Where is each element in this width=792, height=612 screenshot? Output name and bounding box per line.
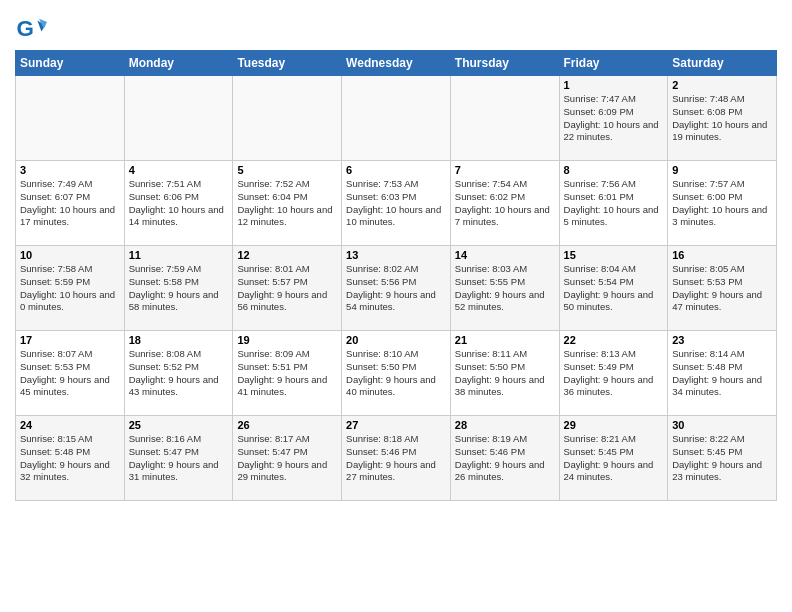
calendar-cell: 19Sunrise: 8:09 AM Sunset: 5:51 PM Dayli… (233, 331, 342, 416)
day-number: 11 (129, 249, 229, 261)
day-info: Sunrise: 8:22 AM Sunset: 5:45 PM Dayligh… (672, 433, 772, 484)
calendar-cell: 25Sunrise: 8:16 AM Sunset: 5:47 PM Dayli… (124, 416, 233, 501)
calendar-cell: 8Sunrise: 7:56 AM Sunset: 6:01 PM Daylig… (559, 161, 668, 246)
day-info: Sunrise: 7:54 AM Sunset: 6:02 PM Dayligh… (455, 178, 555, 229)
weekday-header-sunday: Sunday (16, 51, 125, 76)
calendar-cell: 18Sunrise: 8:08 AM Sunset: 5:52 PM Dayli… (124, 331, 233, 416)
day-info: Sunrise: 8:04 AM Sunset: 5:54 PM Dayligh… (564, 263, 664, 314)
calendar-cell: 24Sunrise: 8:15 AM Sunset: 5:48 PM Dayli… (16, 416, 125, 501)
day-info: Sunrise: 8:13 AM Sunset: 5:49 PM Dayligh… (564, 348, 664, 399)
weekday-header: SundayMondayTuesdayWednesdayThursdayFrid… (16, 51, 777, 76)
day-number: 23 (672, 334, 772, 346)
calendar-week-1: 1Sunrise: 7:47 AM Sunset: 6:09 PM Daylig… (16, 76, 777, 161)
calendar-cell: 28Sunrise: 8:19 AM Sunset: 5:46 PM Dayli… (450, 416, 559, 501)
calendar-cell: 14Sunrise: 8:03 AM Sunset: 5:55 PM Dayli… (450, 246, 559, 331)
day-info: Sunrise: 8:10 AM Sunset: 5:50 PM Dayligh… (346, 348, 446, 399)
calendar-cell: 6Sunrise: 7:53 AM Sunset: 6:03 PM Daylig… (342, 161, 451, 246)
day-number: 28 (455, 419, 555, 431)
calendar-cell (16, 76, 125, 161)
day-info: Sunrise: 8:14 AM Sunset: 5:48 PM Dayligh… (672, 348, 772, 399)
day-number: 7 (455, 164, 555, 176)
day-info: Sunrise: 7:53 AM Sunset: 6:03 PM Dayligh… (346, 178, 446, 229)
calendar-week-3: 10Sunrise: 7:58 AM Sunset: 5:59 PM Dayli… (16, 246, 777, 331)
day-info: Sunrise: 8:07 AM Sunset: 5:53 PM Dayligh… (20, 348, 120, 399)
calendar-cell: 17Sunrise: 8:07 AM Sunset: 5:53 PM Dayli… (16, 331, 125, 416)
day-info: Sunrise: 8:03 AM Sunset: 5:55 PM Dayligh… (455, 263, 555, 314)
calendar-cell: 4Sunrise: 7:51 AM Sunset: 6:06 PM Daylig… (124, 161, 233, 246)
day-info: Sunrise: 8:01 AM Sunset: 5:57 PM Dayligh… (237, 263, 337, 314)
day-number: 26 (237, 419, 337, 431)
day-info: Sunrise: 8:16 AM Sunset: 5:47 PM Dayligh… (129, 433, 229, 484)
logo-icon: G (15, 14, 47, 46)
day-number: 20 (346, 334, 446, 346)
day-number: 24 (20, 419, 120, 431)
logo: G (15, 14, 51, 46)
day-info: Sunrise: 8:15 AM Sunset: 5:48 PM Dayligh… (20, 433, 120, 484)
day-number: 25 (129, 419, 229, 431)
calendar-cell: 11Sunrise: 7:59 AM Sunset: 5:58 PM Dayli… (124, 246, 233, 331)
day-info: Sunrise: 8:17 AM Sunset: 5:47 PM Dayligh… (237, 433, 337, 484)
day-number: 1 (564, 79, 664, 91)
weekday-header-thursday: Thursday (450, 51, 559, 76)
day-info: Sunrise: 7:56 AM Sunset: 6:01 PM Dayligh… (564, 178, 664, 229)
calendar-cell: 3Sunrise: 7:49 AM Sunset: 6:07 PM Daylig… (16, 161, 125, 246)
weekday-header-wednesday: Wednesday (342, 51, 451, 76)
calendar-week-4: 17Sunrise: 8:07 AM Sunset: 5:53 PM Dayli… (16, 331, 777, 416)
day-number: 6 (346, 164, 446, 176)
day-info: Sunrise: 7:52 AM Sunset: 6:04 PM Dayligh… (237, 178, 337, 229)
weekday-header-saturday: Saturday (668, 51, 777, 76)
calendar-cell (450, 76, 559, 161)
calendar-cell (342, 76, 451, 161)
day-number: 2 (672, 79, 772, 91)
day-number: 22 (564, 334, 664, 346)
calendar-body: 1Sunrise: 7:47 AM Sunset: 6:09 PM Daylig… (16, 76, 777, 501)
calendar-week-2: 3Sunrise: 7:49 AM Sunset: 6:07 PM Daylig… (16, 161, 777, 246)
day-info: Sunrise: 8:09 AM Sunset: 5:51 PM Dayligh… (237, 348, 337, 399)
calendar-cell: 15Sunrise: 8:04 AM Sunset: 5:54 PM Dayli… (559, 246, 668, 331)
calendar-cell: 20Sunrise: 8:10 AM Sunset: 5:50 PM Dayli… (342, 331, 451, 416)
day-info: Sunrise: 7:57 AM Sunset: 6:00 PM Dayligh… (672, 178, 772, 229)
calendar-cell: 29Sunrise: 8:21 AM Sunset: 5:45 PM Dayli… (559, 416, 668, 501)
day-number: 3 (20, 164, 120, 176)
calendar-cell: 16Sunrise: 8:05 AM Sunset: 5:53 PM Dayli… (668, 246, 777, 331)
day-number: 16 (672, 249, 772, 261)
weekday-header-monday: Monday (124, 51, 233, 76)
day-number: 4 (129, 164, 229, 176)
day-info: Sunrise: 8:11 AM Sunset: 5:50 PM Dayligh… (455, 348, 555, 399)
day-info: Sunrise: 8:18 AM Sunset: 5:46 PM Dayligh… (346, 433, 446, 484)
day-number: 17 (20, 334, 120, 346)
calendar-cell: 5Sunrise: 7:52 AM Sunset: 6:04 PM Daylig… (233, 161, 342, 246)
day-number: 21 (455, 334, 555, 346)
day-info: Sunrise: 8:02 AM Sunset: 5:56 PM Dayligh… (346, 263, 446, 314)
calendar-cell: 26Sunrise: 8:17 AM Sunset: 5:47 PM Dayli… (233, 416, 342, 501)
day-number: 10 (20, 249, 120, 261)
day-number: 29 (564, 419, 664, 431)
day-number: 13 (346, 249, 446, 261)
day-info: Sunrise: 8:08 AM Sunset: 5:52 PM Dayligh… (129, 348, 229, 399)
day-info: Sunrise: 7:58 AM Sunset: 5:59 PM Dayligh… (20, 263, 120, 314)
day-number: 14 (455, 249, 555, 261)
calendar-cell: 27Sunrise: 8:18 AM Sunset: 5:46 PM Dayli… (342, 416, 451, 501)
calendar-cell: 7Sunrise: 7:54 AM Sunset: 6:02 PM Daylig… (450, 161, 559, 246)
day-info: Sunrise: 7:49 AM Sunset: 6:07 PM Dayligh… (20, 178, 120, 229)
calendar-cell: 10Sunrise: 7:58 AM Sunset: 5:59 PM Dayli… (16, 246, 125, 331)
calendar-cell: 30Sunrise: 8:22 AM Sunset: 5:45 PM Dayli… (668, 416, 777, 501)
calendar-week-5: 24Sunrise: 8:15 AM Sunset: 5:48 PM Dayli… (16, 416, 777, 501)
calendar-cell: 21Sunrise: 8:11 AM Sunset: 5:50 PM Dayli… (450, 331, 559, 416)
day-info: Sunrise: 8:05 AM Sunset: 5:53 PM Dayligh… (672, 263, 772, 314)
calendar-cell: 12Sunrise: 8:01 AM Sunset: 5:57 PM Dayli… (233, 246, 342, 331)
calendar-cell: 13Sunrise: 8:02 AM Sunset: 5:56 PM Dayli… (342, 246, 451, 331)
day-info: Sunrise: 7:47 AM Sunset: 6:09 PM Dayligh… (564, 93, 664, 144)
calendar-cell: 1Sunrise: 7:47 AM Sunset: 6:09 PM Daylig… (559, 76, 668, 161)
day-number: 19 (237, 334, 337, 346)
calendar-cell: 2Sunrise: 7:48 AM Sunset: 6:08 PM Daylig… (668, 76, 777, 161)
day-number: 15 (564, 249, 664, 261)
calendar-cell: 22Sunrise: 8:13 AM Sunset: 5:49 PM Dayli… (559, 331, 668, 416)
day-number: 9 (672, 164, 772, 176)
day-info: Sunrise: 7:48 AM Sunset: 6:08 PM Dayligh… (672, 93, 772, 144)
day-number: 30 (672, 419, 772, 431)
calendar-cell: 9Sunrise: 7:57 AM Sunset: 6:00 PM Daylig… (668, 161, 777, 246)
day-info: Sunrise: 7:59 AM Sunset: 5:58 PM Dayligh… (129, 263, 229, 314)
weekday-header-tuesday: Tuesday (233, 51, 342, 76)
calendar-cell (124, 76, 233, 161)
